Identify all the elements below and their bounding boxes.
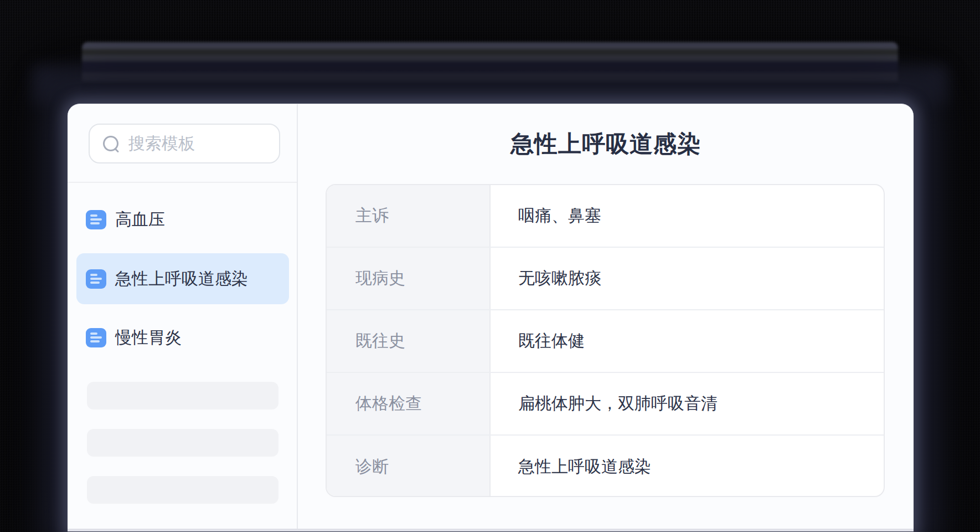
skeleton-placeholder	[87, 476, 278, 504]
search-icon	[103, 136, 118, 151]
row-label: 现病史	[327, 248, 491, 309]
row-label: 既往史	[327, 310, 491, 372]
skeleton-placeholder	[87, 429, 278, 457]
table-row: 体格检查 扁桃体肿大，双肺呼吸音清	[327, 373, 884, 436]
row-value: 既往体健	[491, 310, 884, 372]
table-row: 既往史 既往体健	[327, 310, 884, 373]
table-row: 现病史 无咳嗽脓痰	[327, 248, 884, 310]
row-value: 急性上呼吸道感染	[491, 436, 884, 497]
medical-record-table: 主诉 咽痛、鼻塞 现病史 无咳嗽脓痰 既往史 既往体健 体格检查 扁桃体肿大，双…	[326, 184, 885, 497]
skeleton-placeholder	[87, 382, 278, 410]
table-row: 诊断 急性上呼吸道感染	[327, 436, 884, 497]
search-box[interactable]	[89, 124, 280, 163]
row-label: 主诉	[327, 185, 491, 247]
row-value: 无咳嗽脓痰	[491, 248, 884, 309]
sidebar-separator	[68, 182, 297, 183]
row-value: 咽痛、鼻塞	[491, 185, 884, 247]
row-value: 扁桃体肿大，双肺呼吸音清	[491, 373, 884, 434]
document-icon	[86, 328, 106, 347]
search-input[interactable]	[127, 134, 279, 154]
row-label: 体格检查	[327, 373, 491, 434]
row-label: 诊断	[327, 436, 491, 497]
page-title: 急性上呼吸道感染	[298, 129, 914, 160]
document-icon	[86, 269, 106, 289]
app-card: 高血压 急性上呼吸道感染 慢性胃炎 急性上呼吸道感染 主诉 咽痛、鼻塞 现病史 …	[68, 104, 914, 531]
sidebar-item-label: 慢性胃炎	[115, 326, 182, 349]
sidebar-item-label: 急性上呼吸道感染	[115, 268, 248, 290]
sidebar-item-label: 高血压	[115, 208, 165, 231]
document-icon	[86, 210, 106, 229]
sidebar-item-hypertension[interactable]: 高血压	[76, 194, 289, 245]
stacked-shadow-bands	[82, 42, 898, 104]
sidebar-item-chronic-gastritis[interactable]: 慢性胃炎	[76, 312, 289, 363]
template-sidebar: 高血压 急性上呼吸道感染 慢性胃炎	[68, 104, 298, 529]
template-detail-panel: 急性上呼吸道感染 主诉 咽痛、鼻塞 现病史 无咳嗽脓痰 既往史 既往体健 体格检…	[298, 104, 914, 529]
table-row: 主诉 咽痛、鼻塞	[327, 185, 884, 248]
sidebar-item-acute-uri[interactable]: 急性上呼吸道感染	[76, 253, 289, 304]
